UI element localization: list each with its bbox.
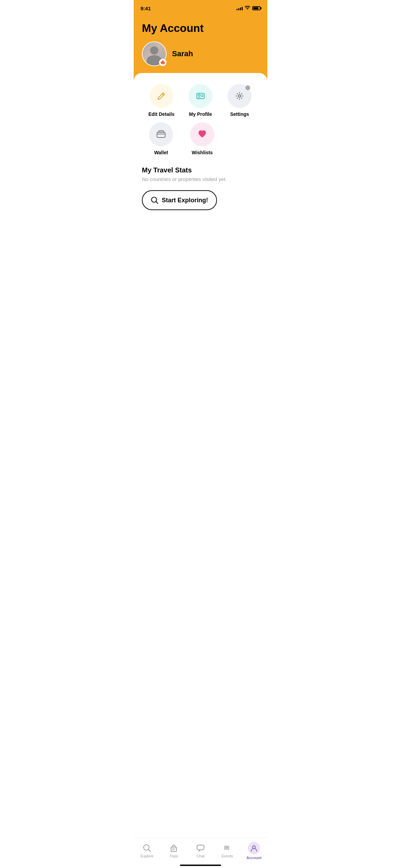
avatar-container[interactable]: 🍁 — [142, 41, 167, 66]
settings-label: Settings — [230, 111, 249, 117]
wishlists-button[interactable]: Wishlists — [189, 122, 216, 155]
start-exploring-button[interactable]: Start Exploring! — [142, 190, 217, 210]
wishlists-icon-circle — [190, 122, 214, 146]
wallet-button[interactable]: Wallet — [147, 122, 175, 155]
settings-button[interactable]: Settings — [226, 84, 253, 117]
wifi-icon — [245, 5, 250, 11]
wishlists-label: Wishlists — [192, 150, 212, 155]
profile-icon-circle — [189, 84, 212, 108]
travel-stats-title: My Travel Stats — [142, 166, 259, 174]
user-row: 🍁 Sarah — [142, 41, 259, 66]
explore-button-label: Start Exploring! — [162, 197, 208, 204]
settings-icon-circle — [228, 84, 252, 108]
edit-icon-circle — [149, 84, 173, 108]
my-profile-button[interactable]: My Profile — [187, 84, 214, 117]
signal-icon — [236, 6, 243, 10]
edit-details-button[interactable]: Edit Details — [148, 84, 175, 117]
svg-line-10 — [156, 202, 158, 204]
status-time: 9:41 — [141, 5, 151, 11]
page-title: My Account — [142, 22, 259, 35]
menu-row-1: Edit Details My Profile — [142, 84, 259, 117]
edit-details-label: Edit Details — [148, 111, 174, 117]
travel-stats-subtitle: No countries or properties visited yet. — [142, 176, 259, 182]
status-icons — [236, 5, 260, 11]
svg-rect-6 — [157, 132, 165, 137]
settings-dot — [245, 85, 250, 90]
svg-point-1 — [198, 94, 200, 96]
flag-badge: 🍁 — [159, 59, 167, 66]
user-name: Sarah — [172, 49, 193, 58]
header: My Account 🍁 Sarah — [134, 15, 267, 80]
my-profile-label: My Profile — [189, 111, 212, 117]
status-bar: 9:41 — [134, 0, 267, 15]
wallet-icon-circle — [149, 122, 173, 146]
main-content: Edit Details My Profile — [134, 73, 267, 221]
svg-point-5 — [239, 95, 241, 97]
battery-icon — [252, 6, 260, 10]
search-icon — [151, 196, 158, 204]
menu-row-2: Wallet Wishlists — [142, 122, 259, 155]
wallet-label: Wallet — [154, 150, 168, 155]
travel-stats-section: My Travel Stats No countries or properti… — [142, 166, 259, 182]
